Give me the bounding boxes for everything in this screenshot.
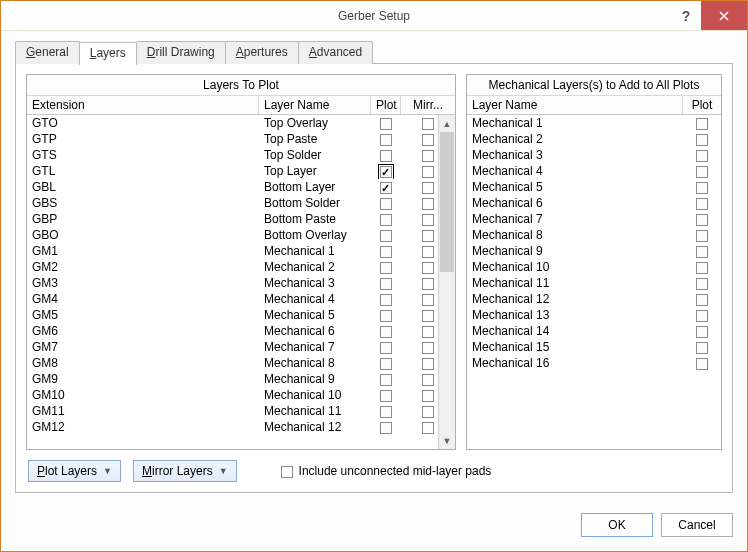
table-row[interactable]: Mechanical 2 [467,131,721,147]
mech-plot-checkbox[interactable] [696,134,708,146]
mirror-checkbox[interactable] [422,118,434,130]
plot-checkbox[interactable] [380,374,392,386]
table-row[interactable]: GM10Mechanical 10 [27,387,455,403]
mirror-checkbox[interactable] [422,342,434,354]
plot-checkbox[interactable] [380,166,392,178]
mirror-checkbox[interactable] [422,278,434,290]
mech-plot-checkbox[interactable] [696,198,708,210]
mech-plot-checkbox[interactable] [696,278,708,290]
plot-checkbox[interactable] [380,214,392,226]
table-row[interactable]: Mechanical 12 [467,291,721,307]
mirror-checkbox[interactable] [422,230,434,242]
table-row[interactable]: GM1Mechanical 1 [27,243,455,259]
table-row[interactable]: Mechanical 4 [467,163,721,179]
tab-apertures[interactable]: Apertures [225,41,299,64]
mirror-checkbox[interactable] [422,374,434,386]
mirror-checkbox[interactable] [422,326,434,338]
mirror-checkbox[interactable] [422,134,434,146]
mech-plot-checkbox[interactable] [696,326,708,338]
table-row[interactable]: Mechanical 7 [467,211,721,227]
include-unconnected-label[interactable]: Include unconnected mid-layer pads [299,464,492,478]
table-row[interactable]: GM11Mechanical 11 [27,403,455,419]
table-row[interactable]: Mechanical 6 [467,195,721,211]
mirror-checkbox[interactable] [422,358,434,370]
mirror-layers-dropdown[interactable]: Mirror Layers ▼ [133,460,237,482]
plot-checkbox[interactable] [380,310,392,322]
plot-checkbox[interactable] [380,358,392,370]
col-extension[interactable]: Extension [27,96,259,114]
col-layer-name[interactable]: Layer Name [259,96,371,114]
mech-plot-checkbox[interactable] [696,214,708,226]
mirror-checkbox[interactable] [422,150,434,162]
table-row[interactable]: Mechanical 3 [467,147,721,163]
table-row[interactable]: GM2Mechanical 2 [27,259,455,275]
mirror-checkbox[interactable] [422,182,434,194]
scroll-track[interactable] [439,272,455,432]
plot-checkbox[interactable] [380,118,392,130]
plot-checkbox[interactable] [380,262,392,274]
mirror-checkbox[interactable] [422,214,434,226]
help-button[interactable]: ? [671,1,701,30]
table-row[interactable]: Mechanical 16 [467,355,721,371]
scroll-down-button[interactable]: ▼ [439,432,455,449]
close-button[interactable] [701,1,747,30]
mech-plot-checkbox[interactable] [696,182,708,194]
table-row[interactable]: Mechanical 1 [467,115,721,131]
table-row[interactable]: Mechanical 13 [467,307,721,323]
scroll-up-button[interactable]: ▲ [439,115,455,132]
mirror-checkbox[interactable] [422,310,434,322]
col-mech-layer-name[interactable]: Layer Name [467,96,683,114]
mech-plot-checkbox[interactable] [696,342,708,354]
mirror-checkbox[interactable] [422,406,434,418]
scroll-thumb[interactable] [440,132,454,272]
table-row[interactable]: Mechanical 5 [467,179,721,195]
plot-checkbox[interactable] [380,198,392,210]
table-row[interactable]: Mechanical 14 [467,323,721,339]
plot-checkbox[interactable] [380,342,392,354]
plot-checkbox[interactable] [380,150,392,162]
cancel-button[interactable]: Cancel [661,513,733,537]
mirror-checkbox[interactable] [422,390,434,402]
col-mirror[interactable]: Mirr... [401,96,455,114]
table-row[interactable]: GTOTop Overlay [27,115,455,131]
mech-plot-checkbox[interactable] [696,246,708,258]
table-row[interactable]: GTSTop Solder [27,147,455,163]
plot-checkbox[interactable] [380,422,392,434]
tab-advanced[interactable]: Advanced [298,41,373,64]
plot-checkbox[interactable] [380,326,392,338]
mech-plot-checkbox[interactable] [696,166,708,178]
mech-plot-checkbox[interactable] [696,150,708,162]
plot-checkbox[interactable] [380,390,392,402]
scrollbar-vertical[interactable]: ▲ ▼ [438,115,455,449]
table-row[interactable]: Mechanical 10 [467,259,721,275]
table-row[interactable]: GBPBottom Paste [27,211,455,227]
plot-checkbox[interactable] [380,230,392,242]
mech-plot-checkbox[interactable] [696,118,708,130]
table-row[interactable]: GM5Mechanical 5 [27,307,455,323]
plot-checkbox[interactable] [380,134,392,146]
table-row[interactable]: GM7Mechanical 7 [27,339,455,355]
table-row[interactable]: GBSBottom Solder [27,195,455,211]
mech-plot-checkbox[interactable] [696,230,708,242]
mech-plot-checkbox[interactable] [696,358,708,370]
plot-checkbox[interactable] [380,278,392,290]
mirror-checkbox[interactable] [422,246,434,258]
table-row[interactable]: GM3Mechanical 3 [27,275,455,291]
table-row[interactable]: GBLBottom Layer [27,179,455,195]
tab-general[interactable]: General [15,41,80,64]
table-row[interactable]: Mechanical 11 [467,275,721,291]
plot-checkbox[interactable] [380,246,392,258]
table-row[interactable]: GM9Mechanical 9 [27,371,455,387]
tab-layers[interactable]: Layers [79,42,137,65]
table-row[interactable]: Mechanical 8 [467,227,721,243]
mirror-checkbox[interactable] [422,294,434,306]
mech-plot-checkbox[interactable] [696,310,708,322]
table-row[interactable]: GBOBottom Overlay [27,227,455,243]
mech-plot-checkbox[interactable] [696,262,708,274]
mirror-checkbox[interactable] [422,262,434,274]
plot-checkbox[interactable] [380,294,392,306]
mech-plot-checkbox[interactable] [696,294,708,306]
col-plot[interactable]: Plot [371,96,401,114]
table-row[interactable]: GTLTop Layer [27,163,455,179]
mirror-checkbox[interactable] [422,166,434,178]
